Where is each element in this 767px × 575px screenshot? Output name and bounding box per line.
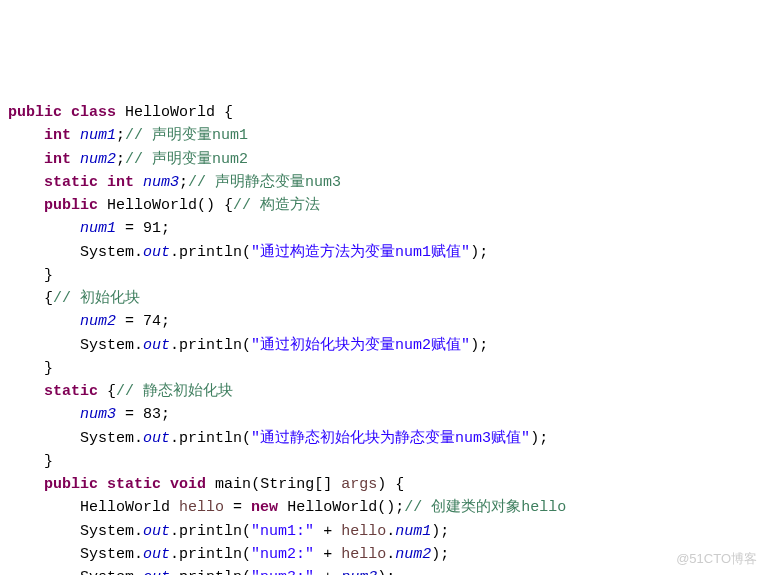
system-class: System (80, 244, 134, 261)
keyword-public: public (44, 197, 98, 214)
string-literal: "通过构造方法为变量num1赋值" (251, 244, 470, 261)
comment: // 声明静态变量num3 (188, 174, 341, 191)
keyword-new: new (251, 499, 278, 516)
system-class: System (80, 523, 134, 540)
keyword-static: static (107, 476, 161, 493)
literal-74: 74 (143, 313, 161, 330)
println-method: println (179, 523, 242, 540)
string-literal: "num2:" (251, 546, 314, 563)
keyword-public: public (44, 476, 98, 493)
keyword-class: class (71, 104, 116, 121)
string-literal: "通过静态初始化块为静态变量num3赋值" (251, 430, 530, 447)
field-ref-num1: num1 (80, 220, 116, 237)
string-literal: "num3:" (251, 569, 314, 575)
out-field: out (143, 569, 170, 575)
field-num2: num2 (80, 151, 116, 168)
system-class: System (80, 546, 134, 563)
out-field: out (143, 430, 170, 447)
out-field: out (143, 546, 170, 563)
comment: // 声明变量num1 (125, 127, 248, 144)
println-method: println (179, 337, 242, 354)
keyword-static: static (44, 174, 98, 191)
println-method: println (179, 569, 242, 575)
comment: // 构造方法 (233, 197, 320, 214)
println-method: println (179, 244, 242, 261)
field-access-num3: num3 (341, 569, 377, 575)
var-hello: hello (179, 499, 224, 516)
field-num3: num3 (143, 174, 179, 191)
field-ref-num2: num2 (80, 313, 116, 330)
type-helloworld: HelloWorld (80, 499, 170, 516)
ctor-call: HelloWorld (287, 499, 377, 516)
code-block: public class HelloWorld { int num1;// 声明… (8, 101, 759, 575)
string-literal: "num1:" (251, 523, 314, 540)
println-method: println (179, 546, 242, 563)
field-num1: num1 (80, 127, 116, 144)
main-method: main (215, 476, 251, 493)
comment: // 创建类的对象hello (404, 499, 566, 516)
literal-91: 91 (143, 220, 161, 237)
class-name: HelloWorld (125, 104, 215, 121)
keyword-static: static (44, 383, 98, 400)
out-field: out (143, 523, 170, 540)
keyword-int: int (44, 151, 71, 168)
field-ref-num3: num3 (80, 406, 116, 423)
system-class: System (80, 569, 134, 575)
var-hello-ref: hello (341, 523, 386, 540)
system-class: System (80, 337, 134, 354)
comment: // 静态初始化块 (116, 383, 233, 400)
keyword-int: int (44, 127, 71, 144)
println-method: println (179, 430, 242, 447)
keyword-int: int (107, 174, 134, 191)
keyword-public: public (8, 104, 62, 121)
out-field: out (143, 337, 170, 354)
keyword-void: void (170, 476, 206, 493)
comment: // 声明变量num2 (125, 151, 248, 168)
constructor-name: HelloWorld (107, 197, 197, 214)
string-type: String (260, 476, 314, 493)
comment: // 初始化块 (53, 290, 140, 307)
field-access-num1: num1 (395, 523, 431, 540)
out-field: out (143, 244, 170, 261)
param-args: args (341, 476, 377, 493)
string-literal: "通过初始化块为变量num2赋值" (251, 337, 470, 354)
field-access-num2: num2 (395, 546, 431, 563)
var-hello-ref: hello (341, 546, 386, 563)
literal-83: 83 (143, 406, 161, 423)
system-class: System (80, 430, 134, 447)
